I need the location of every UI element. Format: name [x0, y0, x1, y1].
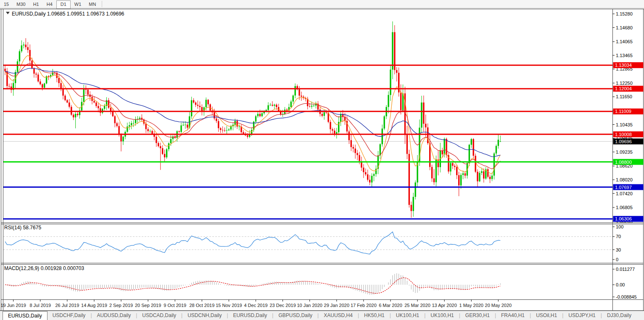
- date-label: 23 Dec 2019: [269, 303, 296, 308]
- macd-histogram: [5, 273, 500, 295]
- date-label: 14 Aug 2019: [81, 303, 107, 308]
- tab-gbpusd-daily[interactable]: GBPUSD,Daily: [273, 311, 317, 320]
- price-axis-label: 1.06805: [616, 205, 633, 210]
- timeframe-button-mn[interactable]: MN: [85, 0, 100, 9]
- date-label: 10 Jan 2020: [297, 303, 322, 308]
- chart-tabs-bar: EURUSD,DailyUSDCHF,Daily|AUDUSD,Daily|US…: [0, 311, 644, 320]
- chart-title: EURUSD,Daily 1.09685 1.09951 1.09673 1.0…: [12, 11, 124, 17]
- toolbar-divider: [102, 1, 102, 7]
- level-tag-1.11009-text: 1.11009: [615, 109, 631, 114]
- date-label: 8 Jul 2019: [29, 303, 51, 308]
- main-panel: [3, 21, 612, 219]
- panel-borders: [0, 9, 644, 311]
- macd-axis-label: 0.011277: [616, 267, 635, 272]
- tab-scroll-arrows: ◄►: [636, 311, 644, 320]
- tab-uk100-h1[interactable]: UK100,H1: [391, 311, 424, 320]
- tab-eurusd-daily[interactable]: EURUSD,Daily: [3, 311, 48, 320]
- timeframe-toolbar: 15M30H1H4D1W1MN: [0, 0, 644, 8]
- rsi-axis-label: 0: [616, 257, 618, 262]
- price-axis-label: 1.11650: [616, 94, 632, 99]
- chart-dropdown-icon[interactable]: [6, 12, 10, 14]
- date-label: 1 May 2020: [459, 303, 483, 308]
- level-tag-1.13034-text: 1.13034: [615, 63, 632, 68]
- price-axis-label: 1.14680: [616, 25, 633, 30]
- rsi-axis-label: 100: [616, 224, 623, 229]
- date-label: 26 Jul 2019: [55, 303, 79, 308]
- price-axis: 1.152801.146801.140651.134651.128651.122…: [612, 11, 644, 299]
- price-axis-label: 1.07420: [616, 191, 633, 196]
- level-tag-1.08800-text: 1.08800: [615, 160, 632, 165]
- tab-xauusd-h4[interactable]: XAUUSD,H4: [319, 311, 358, 320]
- tab-usdjpy-h1[interactable]: USDJPY,H1: [563, 311, 600, 320]
- price-axis-label: 1.13465: [616, 53, 633, 58]
- rsi-line: [5, 232, 500, 254]
- date-label: 29 Jan 2020: [324, 303, 350, 308]
- tab-audusd-daily[interactable]: AUDUSD,Daily: [92, 311, 136, 320]
- rsi-label: RSI(14) 58.7675: [4, 225, 41, 231]
- tab-fra40-h1[interactable]: FRA40,H1: [496, 311, 530, 320]
- date-label: 19 Jun 2019: [0, 303, 26, 308]
- current-price-tag-text: 1.09696: [615, 139, 632, 144]
- tab-usdcad-daily[interactable]: USDCAD,Daily: [137, 311, 181, 320]
- date-label: 6 Mar 2020: [379, 303, 402, 308]
- level-tag-1.07697-text: 1.07697: [615, 185, 632, 190]
- timeframe-button-15[interactable]: 15: [0, 0, 13, 9]
- date-label: 4 Dec 2019: [244, 303, 267, 308]
- date-label: 17 Feb 2020: [351, 303, 377, 308]
- price-axis-label: 1.08020: [616, 177, 633, 182]
- macd-panel: [5, 273, 500, 295]
- tab-hk50-h1[interactable]: HK50,H1: [359, 311, 390, 320]
- candles-layer: [4, 21, 501, 218]
- level-tag-1.10008-text: 1.10008: [615, 132, 632, 137]
- macd-axis-label: -0.008845: [616, 294, 637, 299]
- chart-window: 1.152801.146801.140651.134651.128651.122…: [0, 8, 644, 311]
- date-label: 15 Nov 2019: [216, 303, 242, 308]
- price-axis-label: 1.10435: [616, 122, 633, 127]
- date-label: 25 Mar 2020: [404, 303, 430, 308]
- tab-usdcnh-daily[interactable]: USDCNH,Daily: [182, 311, 227, 320]
- date-label: 9 Oct 2019: [164, 303, 186, 308]
- tab-usdchf-daily[interactable]: USDCHF,Daily: [48, 311, 91, 320]
- rsi-axis-label: 30: [616, 247, 621, 252]
- tab-uk100-h1[interactable]: UK100,H1: [425, 311, 459, 320]
- price-axis-label: 1.14065: [616, 39, 633, 44]
- ma-mid-line: [5, 63, 500, 169]
- tab-dj30-daily[interactable]: DJ30,Daily: [602, 311, 636, 320]
- price-axis-label: 1.12250: [616, 81, 633, 86]
- price-axis-label: 1.09235: [616, 150, 633, 155]
- rsi-panel: [3, 232, 612, 254]
- timeframe-button-h1[interactable]: H1: [29, 0, 43, 9]
- timeframe-button-w1[interactable]: W1: [71, 0, 85, 9]
- macd-label: MACD(12,26,9) 0.001928 0.000703: [4, 265, 84, 271]
- level-tag-1.06306-text: 1.06306: [615, 216, 632, 221]
- date-label: 2 Sep 2019: [109, 303, 133, 308]
- date-axis: 19 Jun 20198 Jul 201926 Jul 201914 Aug 2…: [0, 300, 512, 308]
- rsi-axis-label: 70: [616, 234, 621, 239]
- tab-usoil-h1[interactable]: USOil,H1: [531, 311, 562, 320]
- price-axis-label: 1.15280: [616, 11, 633, 16]
- macd-axis-label: 0.00: [616, 282, 625, 287]
- tab-ger30-h1[interactable]: GER30,H1: [460, 311, 495, 320]
- level-tag-1.12004-text: 1.12004: [615, 86, 632, 91]
- date-label: 20 Sep 2019: [135, 303, 161, 308]
- date-label: 28 Oct 2019: [189, 303, 214, 308]
- price-chart[interactable]: 1.152801.146801.140651.134651.128651.122…: [0, 8, 644, 311]
- date-label: 13 Apr 2020: [432, 303, 457, 308]
- timeframe-button-h4[interactable]: H4: [43, 0, 56, 9]
- timeframe-button-m30[interactable]: M30: [13, 0, 29, 9]
- tab-eurusd-daily[interactable]: EURUSD,Daily: [228, 311, 272, 320]
- timeframe-button-d1[interactable]: D1: [56, 0, 71, 9]
- date-label: 20 May 2020: [485, 303, 512, 308]
- macd-signal-line: [5, 278, 500, 293]
